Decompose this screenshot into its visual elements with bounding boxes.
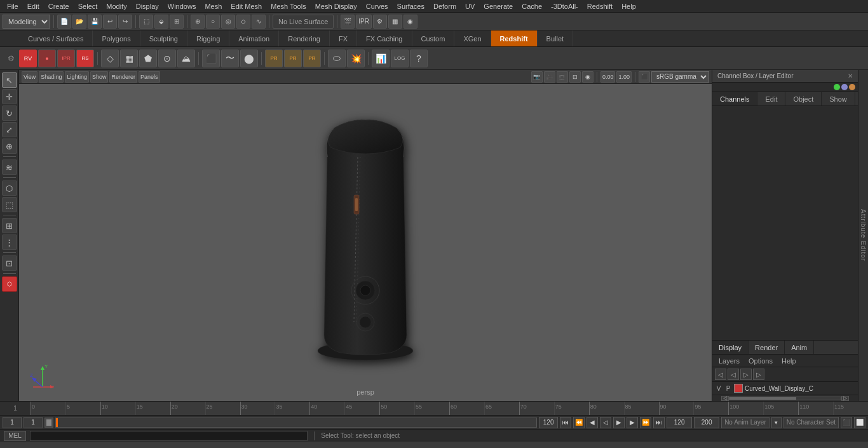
select-tool[interactable]: ↖ [2,72,17,88]
menu-modify[interactable]: Modify [102,1,131,11]
playback-frame-out[interactable] [694,417,719,428]
pb-range-bar[interactable] [55,417,537,428]
tab-animation[interactable]: Animation [229,31,279,46]
snap-grid-btn[interactable]: ⋮ [2,234,17,250]
lasso-select-btn[interactable]: ⊕ [191,15,205,29]
pb-prev-btn[interactable]: ⏪ [573,417,585,428]
cb-close-btn[interactable]: ✕ [848,72,853,79]
snap-points-btn[interactable]: ⊞ [2,218,17,233]
menu-mesh[interactable]: Mesh [200,1,226,11]
tab-sculpting[interactable]: Sculpting [140,31,187,46]
tab-polygons[interactable]: Polygons [93,31,140,46]
menu-help[interactable]: Help [617,1,641,11]
menu-generate[interactable]: Generate [479,1,517,11]
shelf-icon-torus[interactable]: ⊙ [158,50,176,67]
timeline[interactable]: 1 05101520253035404550556065707580859095… [0,401,868,415]
menu-windows[interactable]: Windows [163,1,201,11]
shelf-icon-wave[interactable]: 〜 [221,50,239,67]
playback-current-frame[interactable] [24,417,43,428]
cb-tab-object[interactable]: Object [785,92,822,105]
rs-icon-1[interactable]: ⬡ [2,276,17,292]
menu-uv[interactable]: UV [461,1,479,11]
vp-view-menu[interactable]: View [22,71,37,83]
shelf-icon-grid[interactable]: ▦ [120,50,138,67]
shelf-settings-icon[interactable]: ⚙ [4,50,18,67]
pb-start-btn[interactable]: ⏮ [560,417,571,428]
mel-label[interactable]: MEL [4,431,26,441]
vp-panels-menu[interactable]: Panels [139,71,160,83]
shelf-icon-pr4[interactable]: PR [303,50,321,67]
shelf-icon-rv[interactable]: RV [19,50,37,67]
select-hierarchy-btn[interactable]: ⬙ [154,15,168,29]
pb-play-back-btn[interactable]: ◁ [600,417,611,428]
pb-prev-frame-btn[interactable]: ◀ [587,417,598,428]
vp-gamma-icon[interactable]: ⬛ [639,71,650,83]
shelf-icon-log[interactable]: LOG [391,50,409,67]
menu-cache[interactable]: Cache [517,1,546,11]
viewport[interactable]: View Shading Lighting Show Renderer Pane… [19,70,712,401]
le-menu-options[interactable]: Options [745,357,776,365]
tab-custom[interactable]: Custom [412,31,455,46]
vp-icon-cam[interactable]: 📷 [531,71,543,83]
render-extra-btn[interactable]: ◉ [403,15,417,29]
vp-renderer-menu[interactable]: Renderer [109,71,137,83]
no-char-set[interactable]: No Character Set [783,417,839,428]
move-tool[interactable]: ✛ [2,89,17,104]
scroll-right-arrow[interactable]: ▷ [841,396,849,401]
layer-scrollbar[interactable]: ◁ ▷ [712,395,858,401]
shelf-icon-shatter[interactable]: 💥 [347,50,365,67]
show-manip-tool[interactable]: ⬡ [2,180,17,196]
save-scene-btn[interactable]: 💾 [88,15,102,29]
layer-row[interactable]: V P Curved_Wall_Display_C [712,382,858,395]
tab-curves-surfaces[interactable]: Curves / Surfaces [19,31,93,46]
playback-end-range[interactable] [539,417,558,428]
universal-manip[interactable]: ⊕ [2,139,17,154]
attribute-editor-tab[interactable]: Attribute Editor [858,70,868,401]
vp-show-menu[interactable]: Show [90,71,109,83]
select-by-obj-btn[interactable]: ⬚ [139,15,153,29]
tab-xgen[interactable]: XGen [454,31,491,46]
le-arrow-left-2[interactable]: ◁ [728,369,739,380]
shelf-icon-diamond[interactable]: ◇ [101,50,119,67]
stroke-btn[interactable]: ∿ [252,15,266,29]
vp-shading-menu[interactable]: Shading [39,71,64,83]
menu-edit-mesh[interactable]: Edit Mesh [226,1,266,11]
tab-rigging[interactable]: Rigging [187,31,229,46]
soft-mod-tool[interactable]: ≋ [2,160,17,175]
layer-color-swatch[interactable] [734,384,743,393]
snap-grid-btn[interactable]: ⊞ [170,15,184,29]
le-tab-anim[interactable]: Anim [785,341,814,354]
vp-icon-circle[interactable]: ◉ [582,71,593,83]
redo-btn[interactable]: ↪ [118,15,132,29]
menu-deform[interactable]: Deform [429,1,461,11]
playback-frame-total[interactable] [667,417,692,428]
undo-btn[interactable]: ↩ [103,15,117,29]
le-tab-render[interactable]: Render [749,341,785,354]
vp-icon-extra[interactable]: ⊡ [569,71,581,83]
scrollbar-track[interactable] [729,397,841,400]
cb-tab-channels[interactable]: Channels [712,92,757,105]
sym-select-btn[interactable]: ◇ [236,15,250,29]
shelf-icon-pr2[interactable]: PR [265,50,283,67]
mel-command-input[interactable] [30,431,308,441]
scale-tool[interactable]: ⤢ [2,122,17,137]
paint-select-btn[interactable]: ○ [206,15,220,29]
tab-fx[interactable]: FX [330,31,357,46]
vp-gamma-select[interactable]: sRGB gamma [651,71,709,83]
ipr-render-btn[interactable]: IPR [356,15,372,29]
shelf-icon-blob[interactable]: ⬟ [139,50,157,67]
tab-fx-caching[interactable]: FX Caching [357,31,412,46]
camera-tool[interactable]: ⊡ [2,255,17,271]
menu-3dto[interactable]: -3DtoAll- [546,1,583,11]
menu-mesh-tools[interactable]: Mesh Tools [266,1,310,11]
tab-rendering[interactable]: Rendering [279,31,330,46]
new-scene-btn[interactable]: 📄 [57,15,71,29]
shelf-icon-rs[interactable]: RS [76,50,94,67]
render-settings-btn[interactable]: ⚙ [373,15,387,29]
layer-visibility[interactable]: V [715,385,722,392]
menu-create[interactable]: Create [44,1,74,11]
render-view-btn[interactable]: 🎬 [341,15,355,29]
shelf-icon-plate[interactable]: ⬭ [328,50,346,67]
shelf-icon-circle[interactable]: ⬤ [240,50,258,67]
le-arrow-left-1[interactable]: ◁ [715,369,726,380]
